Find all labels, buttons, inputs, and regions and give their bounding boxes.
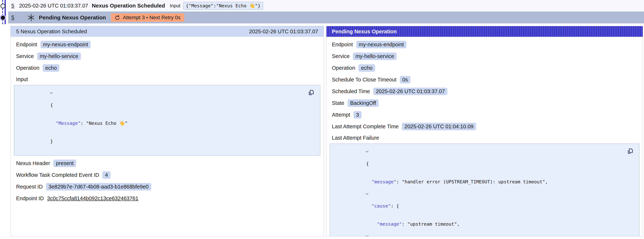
event-timestamp: 2025-02-26 UTC 01:03:37.07 xyxy=(19,3,88,9)
pending-operation-panel: Pending Nexus Operation Endpoint my-nexu… xyxy=(326,26,643,236)
json-line: "applicationFailureInfo": { xyxy=(330,233,639,236)
failure-section-label: Last Attempt Failure xyxy=(326,135,643,141)
field-endpoint: Endpoint my-nexus-endpoint xyxy=(10,40,324,48)
field-schedule-to-close-timeout: Schedule To Close Timeout 0s xyxy=(326,76,643,84)
event-title: Nexus Operation Scheduled xyxy=(92,2,165,9)
field-value-badge: my-hello-service xyxy=(353,52,397,60)
field-label: Service xyxy=(332,53,350,59)
field-label: Attempt xyxy=(332,112,350,118)
event-history-row[interactable]: 5 2025-02-26 UTC 01:03:37.07 Nexus Opera… xyxy=(8,0,644,12)
copy-icon[interactable] xyxy=(308,89,315,96)
json-line: { xyxy=(330,148,639,173)
pending-operation-row[interactable]: 5 Pending Nexus Operation Attempt 3 • Ne… xyxy=(8,12,644,24)
field-service: Service my-hello-service xyxy=(10,52,324,60)
field-value-badge: my-hello-service xyxy=(37,52,81,60)
json-line: "Message": "Nexus Echo 👋" xyxy=(14,114,320,132)
field-label: Endpoint xyxy=(16,42,37,48)
json-line: { xyxy=(14,90,320,114)
timeline-accent-bar xyxy=(4,0,6,24)
timeline-pending-dot-icon xyxy=(1,16,5,20)
field-value-badge: echo xyxy=(358,64,375,72)
field-endpoint-id: Endpoint ID 3c0c75ccfa8144b092c13ce63246… xyxy=(10,194,324,202)
timeline-event-dot-icon xyxy=(0,4,5,8)
field-scheduled-time: Scheduled Time 2025-02-26 UTC 01:03:37.0… xyxy=(326,87,643,95)
field-last-attempt-complete-time: Last Attempt Complete Time 2025-02-26 UT… xyxy=(326,122,643,130)
event-detail-panel: 5 Nexus Operation Scheduled 2025-02-26 U… xyxy=(10,26,324,236)
field-value-badge: 4 xyxy=(102,171,110,179)
collapse-chevron-icon[interactable] xyxy=(16,92,53,94)
field-attempt: Attempt 3 xyxy=(326,111,643,119)
json-line: "message": "upstream timeout", xyxy=(330,215,639,233)
field-label: Service xyxy=(16,53,34,59)
field-label: Operation xyxy=(332,65,355,71)
field-label: Endpoint xyxy=(332,42,353,48)
field-endpoint: Endpoint my-nexus-endpoint xyxy=(326,40,643,48)
field-value-badge: my-nexus-endpoint xyxy=(356,41,406,48)
event-panel-header: 5 Nexus Operation Scheduled 2025-02-26 U… xyxy=(10,26,324,37)
field-label: Request ID xyxy=(16,184,43,190)
copy-icon[interactable] xyxy=(626,148,634,155)
event-panel-timestamp: 2025-02-26 UTC 01:03:37.07 xyxy=(249,28,318,34)
field-workflow-task-completed-event-id: Workflow Task Completed Event ID 4 xyxy=(10,171,324,179)
retry-icon xyxy=(114,15,120,20)
pending-id-link[interactable]: 5 xyxy=(11,14,14,20)
state-badge: BackingOff xyxy=(348,99,378,107)
event-input-pill[interactable]: {"Message":"Nexus Echo 👋"} xyxy=(183,2,263,10)
field-label: Operation xyxy=(16,65,39,71)
input-section-label: Input xyxy=(10,76,324,82)
pending-asterisk-icon xyxy=(27,14,35,22)
field-label: Workflow Task Completed Event ID xyxy=(16,172,99,178)
field-operation: Operation echo xyxy=(326,64,643,72)
field-state: State BackingOff xyxy=(326,99,643,107)
collapse-chevron-icon[interactable] xyxy=(332,193,369,195)
json-line: } xyxy=(14,132,320,150)
field-operation: Operation echo xyxy=(10,64,324,72)
pending-title: Pending Nexus Operation xyxy=(39,14,106,21)
field-value-badge: 3e829b7e-7d67-4b08-aad3-b1e868bfe9e0 xyxy=(46,183,151,190)
pending-panel-title: Pending Nexus Operation xyxy=(332,28,397,34)
detail-panels: 5 Nexus Operation Scheduled 2025-02-26 U… xyxy=(10,26,643,236)
field-value-badge: 2025-02-26 UTC 01:04:10.09 xyxy=(402,123,476,130)
field-value-badge: present xyxy=(53,160,76,167)
field-nexus-header: Nexus Header present xyxy=(10,159,324,167)
json-line: "message": "handler error (UPSTREAM_TIME… xyxy=(330,173,639,191)
field-service: Service my-hello-service xyxy=(326,52,643,60)
field-label: State xyxy=(332,100,344,106)
field-value-badge: 2025-02-26 UTC 01:03:37.07 xyxy=(373,88,448,95)
pending-panel-header: Pending Nexus Operation xyxy=(326,26,643,37)
workflow-history-view: 5 2025-02-26 UTC 01:03:37.07 Nexus Opera… xyxy=(0,0,644,239)
field-label: Scheduled Time xyxy=(332,88,370,94)
field-label: Endpoint ID xyxy=(16,196,44,202)
event-id-link[interactable]: 5 xyxy=(11,3,14,9)
field-value-badge: 0s xyxy=(400,76,410,84)
json-line: "cause": { xyxy=(330,191,639,215)
event-input-label: Input xyxy=(170,3,180,8)
field-label: Schedule To Close Timeout xyxy=(332,77,396,83)
field-request-id: Request ID 3e829b7e-7d67-4b08-aad3-b1e86… xyxy=(10,183,324,191)
collapse-chevron-icon[interactable] xyxy=(332,150,369,152)
event-panel-title: 5 Nexus Operation Scheduled xyxy=(16,28,87,34)
endpoint-id-link[interactable]: 3c0c75ccfa8144b092c13ce632463761 xyxy=(47,196,138,202)
field-label: Nexus Header xyxy=(16,160,50,166)
attempt-retry-text: Attempt 3 • Next Retry 0s xyxy=(123,15,180,20)
input-json-block: { "Message": "Nexus Echo 👋" } xyxy=(14,85,320,156)
field-value-badge: my-nexus-endpoint xyxy=(40,41,91,48)
field-label: Last Attempt Complete Time xyxy=(332,124,398,130)
attempt-retry-badge: Attempt 3 • Next Retry 0s xyxy=(111,13,184,22)
failure-json-block: { "message": "handler error (UPSTREAM_TI… xyxy=(330,144,640,236)
collapse-chevron-icon[interactable] xyxy=(332,235,369,236)
field-value-badge: 3 xyxy=(354,111,362,118)
field-value-badge: echo xyxy=(43,64,59,72)
